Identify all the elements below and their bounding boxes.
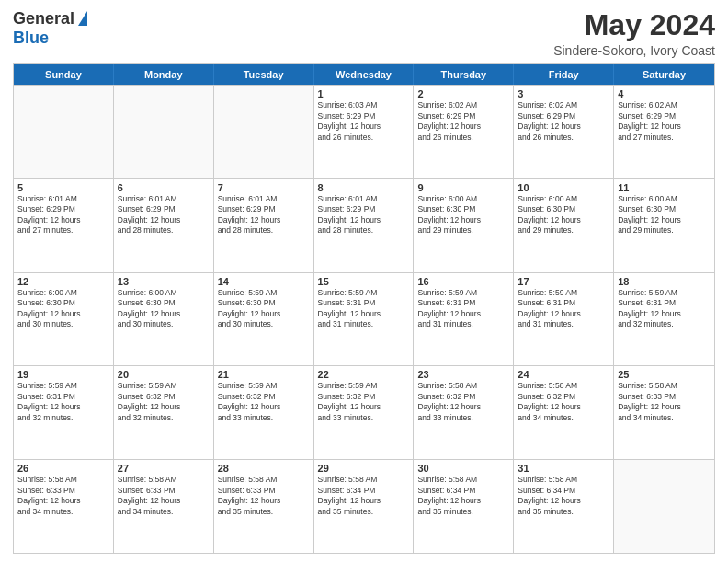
cal-cell-day-27: 27Sunrise: 5:58 AM Sunset: 6:33 PM Dayli… — [114, 460, 214, 553]
cal-cell-day-3: 3Sunrise: 6:02 AM Sunset: 6:29 PM Daylig… — [514, 86, 614, 178]
day-number: 8 — [318, 182, 410, 193]
day-info: Sunrise: 5:59 AM Sunset: 6:31 PM Dayligh… — [17, 381, 109, 423]
header-right: May 2024 Sindere-Sokoro, Ivory Coast — [553, 9, 715, 58]
day-info: Sunrise: 6:02 AM Sunset: 6:29 PM Dayligh… — [518, 100, 609, 143]
cal-cell-day-23: 23Sunrise: 5:58 AM Sunset: 6:32 PM Dayli… — [414, 366, 514, 459]
day-info: Sunrise: 6:00 AM Sunset: 6:30 PM Dayligh… — [618, 194, 711, 236]
cal-cell-day-11: 11Sunrise: 6:00 AM Sunset: 6:30 PM Dayli… — [614, 179, 714, 272]
day-info: Sunrise: 5:58 AM Sunset: 6:34 PM Dayligh… — [318, 475, 410, 517]
day-number: 10 — [518, 182, 609, 193]
day-number: 12 — [17, 276, 109, 287]
day-number: 27 — [118, 463, 210, 474]
cal-cell-day-18: 18Sunrise: 5:59 AM Sunset: 6:31 PM Dayli… — [614, 273, 714, 366]
cal-cell-empty — [14, 86, 114, 178]
day-number: 25 — [618, 369, 711, 380]
day-info: Sunrise: 5:59 AM Sunset: 6:31 PM Dayligh… — [518, 288, 609, 330]
day-number: 20 — [118, 369, 210, 380]
day-info: Sunrise: 5:59 AM Sunset: 6:30 PM Dayligh… — [218, 288, 310, 330]
day-number: 2 — [417, 88, 509, 99]
day-number: 31 — [518, 463, 609, 474]
day-number: 11 — [618, 182, 711, 193]
cal-cell-day-28: 28Sunrise: 5:58 AM Sunset: 6:33 PM Dayli… — [214, 460, 314, 553]
day-number: 30 — [417, 463, 509, 474]
day-number: 28 — [218, 463, 310, 474]
cal-header-sunday: Sunday — [14, 64, 114, 85]
cal-cell-day-26: 26Sunrise: 5:58 AM Sunset: 6:33 PM Dayli… — [14, 460, 114, 553]
day-number: 21 — [218, 369, 310, 380]
cal-cell-day-6: 6Sunrise: 6:01 AM Sunset: 6:29 PM Daylig… — [114, 179, 214, 272]
cal-cell-day-8: 8Sunrise: 6:01 AM Sunset: 6:29 PM Daylig… — [314, 179, 415, 272]
cal-header-tuesday: Tuesday — [214, 64, 314, 85]
cal-header-thursday: Thursday — [414, 64, 514, 85]
day-info: Sunrise: 6:01 AM Sunset: 6:29 PM Dayligh… — [118, 194, 210, 236]
day-info: Sunrise: 5:58 AM Sunset: 6:33 PM Dayligh… — [118, 475, 210, 517]
day-number: 1 — [318, 88, 410, 99]
calendar-body: 1Sunrise: 6:03 AM Sunset: 6:29 PM Daylig… — [14, 85, 714, 553]
day-number: 26 — [17, 463, 109, 474]
page: General Blue May 2024 Sindere-Sokoro, Iv… — [0, 0, 728, 563]
location: Sindere-Sokoro, Ivory Coast — [553, 43, 715, 58]
calendar-header-row: SundayMondayTuesdayWednesdayThursdayFrid… — [14, 64, 714, 85]
cal-week-2: 5Sunrise: 6:01 AM Sunset: 6:29 PM Daylig… — [14, 178, 714, 272]
day-info: Sunrise: 5:59 AM Sunset: 6:32 PM Dayligh… — [318, 381, 410, 423]
day-info: Sunrise: 6:01 AM Sunset: 6:29 PM Dayligh… — [17, 194, 109, 236]
calendar: SundayMondayTuesdayWednesdayThursdayFrid… — [13, 63, 715, 554]
day-number: 9 — [417, 182, 509, 193]
cal-cell-day-29: 29Sunrise: 5:58 AM Sunset: 6:34 PM Dayli… — [314, 460, 415, 553]
day-info: Sunrise: 5:58 AM Sunset: 6:32 PM Dayligh… — [518, 381, 609, 423]
day-info: Sunrise: 5:58 AM Sunset: 6:34 PM Dayligh… — [417, 475, 509, 517]
cal-cell-day-15: 15Sunrise: 5:59 AM Sunset: 6:31 PM Dayli… — [314, 273, 415, 366]
day-info: Sunrise: 6:01 AM Sunset: 6:29 PM Dayligh… — [318, 194, 410, 236]
day-info: Sunrise: 5:58 AM Sunset: 6:33 PM Dayligh… — [218, 475, 310, 517]
cal-cell-day-31: 31Sunrise: 5:58 AM Sunset: 6:34 PM Dayli… — [514, 460, 614, 553]
cal-cell-day-2: 2Sunrise: 6:02 AM Sunset: 6:29 PM Daylig… — [414, 86, 514, 178]
cal-cell-day-12: 12Sunrise: 6:00 AM Sunset: 6:30 PM Dayli… — [14, 273, 114, 366]
day-number: 13 — [118, 276, 210, 287]
cal-cell-empty — [214, 86, 314, 178]
day-info: Sunrise: 5:59 AM Sunset: 6:31 PM Dayligh… — [417, 288, 509, 330]
day-info: Sunrise: 5:59 AM Sunset: 6:31 PM Dayligh… — [318, 288, 410, 330]
day-info: Sunrise: 6:01 AM Sunset: 6:29 PM Dayligh… — [218, 194, 310, 236]
cal-header-wednesday: Wednesday — [314, 64, 415, 85]
day-info: Sunrise: 6:02 AM Sunset: 6:29 PM Dayligh… — [618, 100, 711, 143]
day-info: Sunrise: 6:00 AM Sunset: 6:30 PM Dayligh… — [118, 288, 210, 330]
day-number: 16 — [417, 276, 509, 287]
day-number: 29 — [318, 463, 410, 474]
header: General Blue May 2024 Sindere-Sokoro, Iv… — [13, 9, 715, 58]
cal-cell-day-9: 9Sunrise: 6:00 AM Sunset: 6:30 PM Daylig… — [414, 179, 514, 272]
logo-triangle-icon — [78, 11, 87, 26]
cal-cell-day-13: 13Sunrise: 6:00 AM Sunset: 6:30 PM Dayli… — [114, 273, 214, 366]
day-info: Sunrise: 5:58 AM Sunset: 6:34 PM Dayligh… — [518, 475, 609, 517]
day-info: Sunrise: 6:00 AM Sunset: 6:30 PM Dayligh… — [518, 194, 609, 236]
day-number: 19 — [17, 369, 109, 380]
cal-cell-day-22: 22Sunrise: 5:59 AM Sunset: 6:32 PM Dayli… — [314, 366, 415, 459]
cal-header-saturday: Saturday — [614, 64, 714, 85]
cal-cell-day-14: 14Sunrise: 5:59 AM Sunset: 6:30 PM Dayli… — [214, 273, 314, 366]
day-number: 14 — [218, 276, 310, 287]
cal-cell-day-10: 10Sunrise: 6:00 AM Sunset: 6:30 PM Dayli… — [514, 179, 614, 272]
day-info: Sunrise: 6:02 AM Sunset: 6:29 PM Dayligh… — [417, 100, 509, 143]
logo-blue-text: Blue — [13, 29, 49, 48]
cal-week-1: 1Sunrise: 6:03 AM Sunset: 6:29 PM Daylig… — [14, 85, 714, 178]
cal-cell-day-4: 4Sunrise: 6:02 AM Sunset: 6:29 PM Daylig… — [614, 86, 714, 178]
day-number: 3 — [518, 88, 609, 99]
day-number: 17 — [518, 276, 609, 287]
cal-header-monday: Monday — [114, 64, 214, 85]
day-number: 24 — [518, 369, 609, 380]
day-number: 23 — [417, 369, 509, 380]
day-info: Sunrise: 5:59 AM Sunset: 6:32 PM Dayligh… — [218, 381, 310, 423]
day-info: Sunrise: 6:00 AM Sunset: 6:30 PM Dayligh… — [417, 194, 509, 236]
day-number: 7 — [218, 182, 310, 193]
cal-cell-day-25: 25Sunrise: 5:58 AM Sunset: 6:33 PM Dayli… — [614, 366, 714, 459]
day-info: Sunrise: 6:03 AM Sunset: 6:29 PM Dayligh… — [318, 100, 410, 143]
day-info: Sunrise: 5:59 AM Sunset: 6:32 PM Dayligh… — [118, 381, 210, 423]
logo: General Blue — [13, 9, 87, 48]
day-info: Sunrise: 6:00 AM Sunset: 6:30 PM Dayligh… — [17, 288, 109, 330]
cal-cell-day-21: 21Sunrise: 5:59 AM Sunset: 6:32 PM Dayli… — [214, 366, 314, 459]
day-info: Sunrise: 5:58 AM Sunset: 6:33 PM Dayligh… — [618, 381, 711, 423]
day-number: 15 — [318, 276, 410, 287]
day-info: Sunrise: 5:58 AM Sunset: 6:33 PM Dayligh… — [17, 475, 109, 517]
cal-week-3: 12Sunrise: 6:00 AM Sunset: 6:30 PM Dayli… — [14, 272, 714, 366]
cal-cell-empty — [614, 460, 714, 553]
cal-cell-day-30: 30Sunrise: 5:58 AM Sunset: 6:34 PM Dayli… — [414, 460, 514, 553]
